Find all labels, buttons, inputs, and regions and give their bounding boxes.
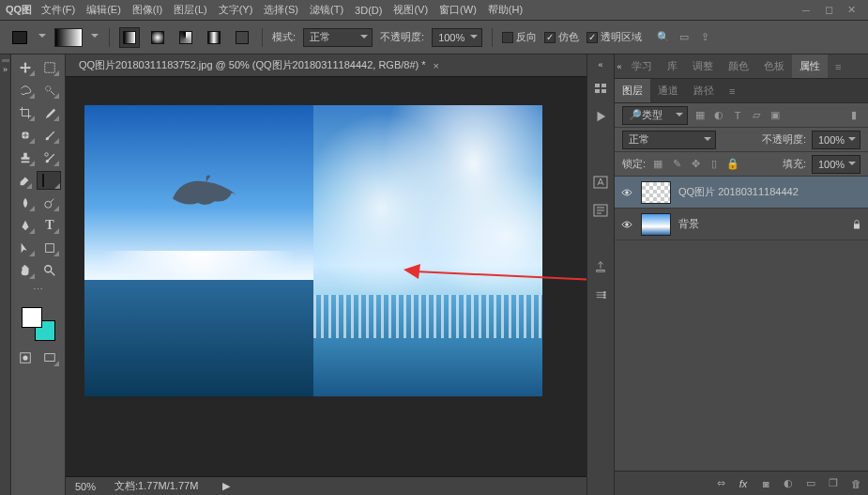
visibility-icon[interactable] [620, 218, 633, 231]
filter-type-icon[interactable]: T [731, 109, 744, 122]
history-panel-icon[interactable] [591, 79, 610, 98]
close-icon[interactable]: × [434, 60, 439, 71]
tab-channels[interactable]: 通道 [650, 79, 686, 102]
menu-3d[interactable]: 3D(D) [349, 5, 388, 16]
quickmask-tool[interactable] [15, 348, 36, 367]
layer-name[interactable]: QQ图片 20180311184442 [678, 185, 799, 199]
visibility-icon[interactable] [620, 186, 633, 199]
filter-pixel-icon[interactable]: ▦ [693, 109, 707, 122]
new-layer-icon[interactable]: ❐ [827, 477, 840, 490]
tab-learn[interactable]: 学习 [624, 54, 660, 78]
layer-opacity-select[interactable]: 100% [812, 131, 860, 149]
tab-properties[interactable]: 属性 [792, 54, 828, 78]
chevron-down-icon[interactable] [90, 33, 99, 42]
gradient-tool[interactable] [37, 171, 61, 190]
document-tab[interactable]: QQ图片20180311183752.jpg @ 50% (QQ图片201803… [73, 58, 445, 72]
character-panel-icon[interactable] [591, 173, 610, 192]
stamp-tool[interactable] [15, 148, 36, 167]
dodge-tool[interactable] [39, 193, 60, 212]
brush-panel-icon[interactable] [591, 257, 610, 276]
layer-thumbnail[interactable] [641, 213, 671, 236]
menu-window[interactable]: 窗口(W) [434, 3, 482, 17]
window-restore-icon[interactable]: ◻ [817, 2, 840, 19]
crop-tool[interactable] [15, 103, 36, 122]
pen-tool[interactable] [15, 216, 36, 235]
layer-row[interactable]: QQ图片 20180311184442 [615, 177, 868, 209]
history-brush-tool[interactable] [39, 148, 60, 167]
opacity-select[interactable]: 100% [432, 28, 482, 47]
transparency-checkbox[interactable]: 透明区域 [586, 30, 642, 44]
eyedropper-tool[interactable] [39, 103, 60, 122]
gradient-reflected-icon[interactable] [204, 27, 224, 48]
tab-paths[interactable]: 路径 [686, 79, 722, 102]
tab-layers[interactable]: 图层 [615, 79, 650, 102]
type-tool[interactable]: T [39, 216, 60, 235]
filter-smart-icon[interactable]: ▣ [769, 109, 782, 122]
layer-fx-icon[interactable]: fx [737, 477, 750, 490]
blur-tool[interactable] [15, 193, 36, 212]
filter-shape-icon[interactable]: ▱ [750, 109, 763, 122]
shape-tool[interactable] [39, 239, 60, 257]
gradient-angle-icon[interactable] [175, 27, 196, 48]
dock-strip[interactable]: » [0, 54, 11, 495]
quick-select-tool[interactable] [39, 81, 60, 100]
menu-select[interactable]: 选择(S) [258, 3, 304, 17]
panel-menu-icon[interactable]: ≡ [828, 54, 848, 78]
share-icon[interactable]: ⇪ [698, 31, 711, 44]
window-minimize-icon[interactable]: ─ [795, 2, 817, 19]
color-swatches[interactable] [20, 305, 57, 343]
play-icon[interactable] [591, 107, 610, 126]
brush-tool[interactable] [39, 126, 60, 145]
layer-thumbnail[interactable] [641, 181, 671, 204]
workspace-icon[interactable]: ▭ [678, 31, 691, 44]
zoom-tool[interactable] [39, 261, 60, 280]
filter-toggle[interactable]: ▮ [847, 109, 860, 122]
eraser-tool[interactable] [15, 171, 33, 190]
gradient-preview[interactable] [54, 28, 83, 47]
layer-row[interactable]: 背景 [615, 209, 868, 240]
gradient-linear-icon[interactable] [119, 27, 140, 48]
lock-position-icon[interactable]: ✥ [689, 158, 702, 171]
menu-help[interactable]: 帮助(H) [482, 3, 528, 17]
filter-adjust-icon[interactable]: ◐ [712, 109, 725, 122]
lock-image-icon[interactable]: ✎ [670, 158, 683, 171]
delete-layer-icon[interactable]: 🗑 [849, 477, 862, 490]
menu-file[interactable]: 文件(F) [36, 3, 81, 17]
screenmode-tool[interactable] [39, 348, 60, 367]
menu-type[interactable]: 文字(Y) [213, 3, 259, 17]
gradient-radial-icon[interactable] [147, 27, 168, 48]
move-tool[interactable] [15, 58, 36, 77]
hand-tool[interactable] [15, 261, 36, 280]
tab-color[interactable]: 颜色 [721, 54, 756, 78]
blend-mode-select[interactable]: 正常 [303, 28, 373, 47]
panel-menu-icon[interactable]: ≡ [722, 79, 742, 102]
layer-group-icon[interactable]: ▭ [804, 477, 817, 490]
menu-view[interactable]: 视图(V) [388, 3, 434, 17]
tab-adjust[interactable]: 调整 [685, 54, 721, 78]
swatches-panel-icon[interactable] [591, 286, 610, 304]
layer-blend-select[interactable]: 正常 [622, 131, 716, 149]
lasso-tool[interactable] [15, 81, 36, 100]
layer-name[interactable]: 背景 [678, 217, 699, 231]
gradient-swatch-button[interactable] [9, 27, 30, 48]
gradient-diamond-icon[interactable] [232, 27, 252, 48]
menu-edit[interactable]: 编辑(E) [81, 3, 127, 17]
layer-filter-select[interactable]: 🔎 类型 [622, 106, 688, 125]
tab-swatch[interactable]: 色板 [756, 54, 792, 78]
layer-mask-icon[interactable]: ◙ [759, 477, 772, 490]
lock-all-icon[interactable]: 🔒 [726, 158, 739, 171]
adjustment-layer-icon[interactable]: ◐ [782, 477, 795, 490]
reverse-checkbox[interactable]: 反向 [502, 30, 537, 44]
zoom-value[interactable]: 50% [75, 481, 96, 492]
marquee-tool[interactable] [39, 58, 60, 77]
menu-layer[interactable]: 图层(L) [168, 3, 212, 17]
chevron-down-icon[interactable] [38, 33, 47, 42]
canvas-viewport[interactable] [66, 77, 586, 476]
link-layers-icon[interactable]: ⇔ [714, 477, 727, 490]
dither-checkbox[interactable]: 仿色 [544, 30, 579, 44]
menu-image[interactable]: 图像(I) [127, 3, 168, 17]
heal-tool[interactable] [15, 126, 36, 145]
paragraph-panel-icon[interactable] [591, 201, 610, 220]
lock-transparent-icon[interactable]: ▦ [651, 158, 664, 171]
path-select-tool[interactable] [15, 239, 36, 257]
